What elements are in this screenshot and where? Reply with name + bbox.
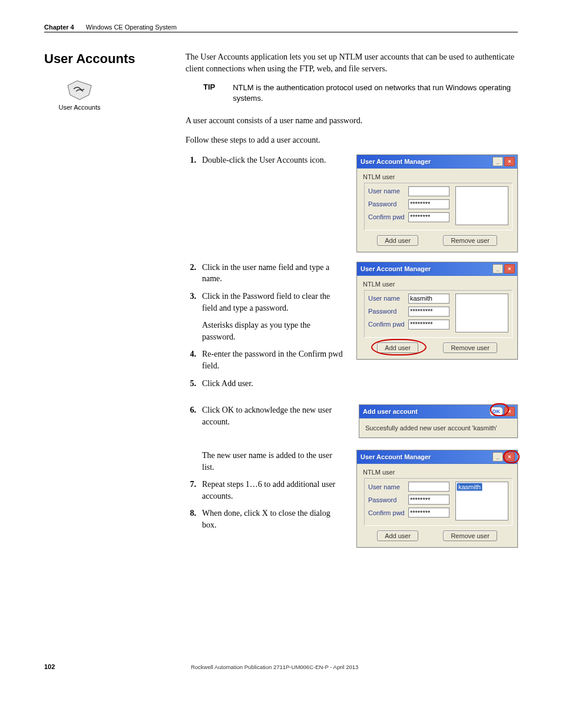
user-accounts-icon: User Accounts: [56, 78, 103, 111]
remove-user-button[interactable]: Remove user: [443, 531, 497, 541]
username-input[interactable]: [408, 482, 449, 492]
confirm-pwd-input[interactable]: [408, 212, 449, 222]
confirm-pwd-label: Confirm pwd: [368, 509, 405, 516]
password-input[interactable]: [408, 307, 449, 317]
page-header: Chapter 4 Windows CE Operating System: [44, 24, 518, 32]
publication-info: Rockwell Automation Publication 2711P-UM…: [191, 664, 358, 670]
username-label: User name: [368, 483, 405, 490]
tip-text: NTLM is the authentication protocol used…: [233, 83, 518, 104]
user-account-manager-dialog: User Account Manager _ × NTLM user User …: [356, 450, 518, 548]
step-8: When done, click X to close the dialog b…: [202, 508, 345, 531]
dialog-title: User Account Manager: [361, 158, 431, 165]
step-1: Double-click the User Accounts icon.: [202, 154, 345, 166]
step-5: Click Add user.: [202, 378, 345, 390]
user-account-manager-dialog: User Account Manager _ × NTLM user User …: [356, 154, 518, 252]
user-list[interactable]: kasmith: [455, 482, 508, 521]
dialog-title: User Account Manager: [361, 453, 431, 460]
chapter-number: Chapter 4: [44, 24, 74, 31]
step-7: Repeat steps 1…6 to add additional user …: [202, 479, 345, 502]
step-2: Click in the user name field and type a …: [202, 262, 345, 285]
password-label: Password: [368, 496, 405, 503]
minimize-icon[interactable]: _: [492, 157, 503, 166]
group-label: NTLM user: [363, 469, 513, 476]
ok-button[interactable]: OK: [490, 407, 504, 416]
chapter-title: Windows CE Operating System: [86, 24, 177, 31]
group-label: NTLM user: [363, 281, 513, 288]
confirm-pwd-input[interactable]: [408, 319, 449, 330]
section-heading: User Accounts: [44, 51, 162, 67]
user-account-manager-dialog: User Account Manager _ × NTLM user User …: [356, 262, 518, 360]
step-6-note: The new user name is added to the user l…: [202, 450, 345, 473]
add-user-button[interactable]: Add user: [377, 235, 418, 246]
confirm-pwd-input[interactable]: [408, 508, 449, 518]
remove-user-button[interactable]: Remove user: [443, 342, 497, 353]
step-3: Click in the Password field to clear the…: [202, 291, 345, 314]
remove-user-button[interactable]: Remove user: [443, 235, 497, 246]
add-user-button[interactable]: Add user: [377, 342, 418, 353]
close-icon[interactable]: ×: [504, 264, 515, 274]
password-input[interactable]: [408, 199, 449, 209]
icon-label: User Accounts: [56, 104, 103, 111]
add-user-account-msgbox: Add user account OK × Succesfully added …: [359, 404, 518, 438]
intro-paragraph: The User Accounts application lets you s…: [186, 51, 518, 74]
step-4: Re-enter the password in the Confirm pwd…: [202, 348, 345, 371]
tip-label: TIP: [203, 83, 215, 104]
msgbox-title: Add user account: [363, 408, 418, 415]
tip-block: TIP NTLM is the authentication protocol …: [203, 83, 518, 104]
page-number: 102: [44, 663, 55, 670]
close-icon[interactable]: ×: [504, 157, 515, 166]
msgbox-text: Succesfully added new user account 'kasm…: [359, 419, 517, 437]
password-input[interactable]: [408, 495, 449, 505]
close-icon[interactable]: ×: [504, 452, 515, 462]
confirm-pwd-label: Confirm pwd: [368, 321, 405, 328]
group-label: NTLM user: [363, 173, 513, 180]
user-list[interactable]: [455, 186, 508, 225]
user-list-item[interactable]: kasmith: [457, 483, 482, 491]
user-list[interactable]: [455, 294, 508, 332]
step-6: Click OK to acknowledge the new user acc…: [202, 404, 347, 427]
minimize-icon[interactable]: _: [492, 264, 503, 274]
follow-paragraph: Follow these steps to add a user account…: [186, 134, 518, 146]
add-user-button[interactable]: Add user: [377, 531, 418, 541]
username-label: User name: [368, 187, 405, 195]
step-3-note: Asterisks display as you type the passwo…: [202, 319, 345, 342]
username-label: User name: [368, 295, 405, 302]
password-label: Password: [368, 200, 405, 207]
password-label: Password: [368, 308, 405, 315]
page-footer: 102 Rockwell Automation Publication 2711…: [44, 663, 518, 670]
dialog-title: User Account Manager: [361, 265, 431, 272]
minimize-icon[interactable]: _: [492, 452, 503, 462]
account-paragraph: A user account consists of a user name a…: [186, 115, 518, 127]
confirm-pwd-label: Confirm pwd: [368, 213, 405, 220]
username-input[interactable]: [408, 294, 449, 304]
handshake-icon: [65, 78, 94, 102]
close-icon[interactable]: ×: [504, 407, 515, 416]
username-input[interactable]: [408, 186, 449, 196]
